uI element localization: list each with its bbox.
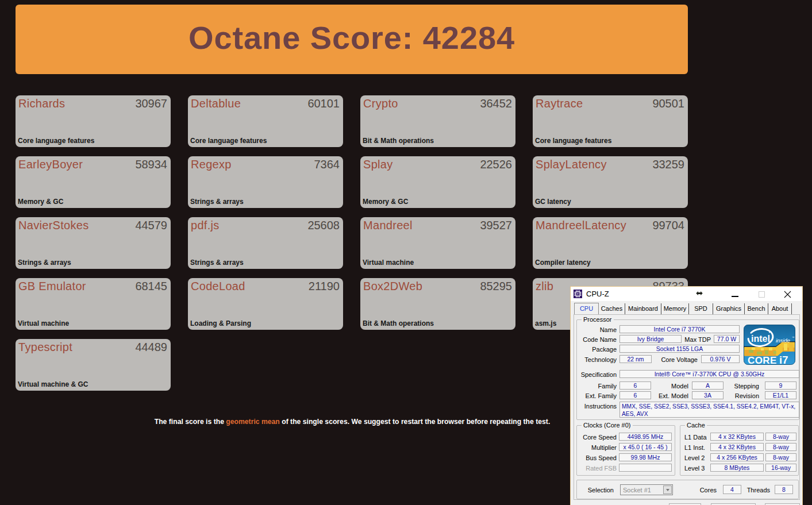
- svg-text:i7: i7: [779, 354, 788, 365]
- svg-text:intel: intel: [751, 334, 770, 344]
- svg-text:™: ™: [772, 356, 775, 359]
- svg-text:™: ™: [792, 336, 795, 339]
- svg-text:inside: inside: [776, 337, 790, 344]
